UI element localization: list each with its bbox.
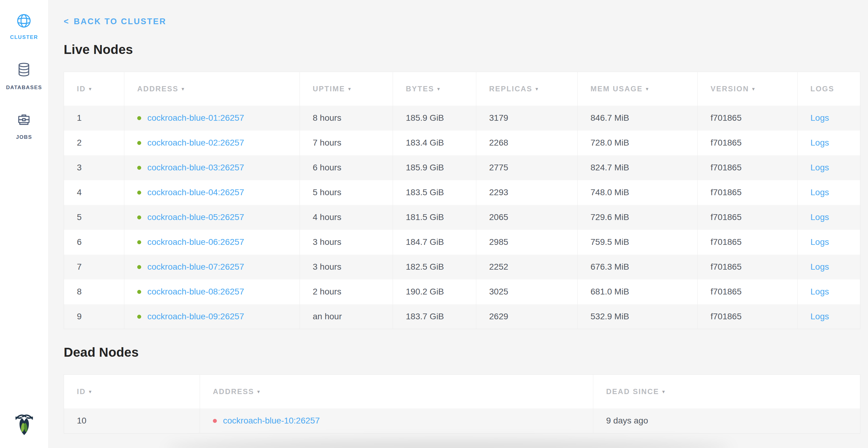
node-logs-cell: Logs: [798, 304, 860, 329]
logs-link[interactable]: Logs: [810, 187, 829, 197]
logs-link[interactable]: Logs: [810, 163, 829, 172]
logs-link[interactable]: Logs: [810, 113, 829, 123]
node-uptime-cell: 4 hours: [300, 205, 393, 230]
node-address-link[interactable]: cockroach-blue-07:26257: [147, 262, 244, 271]
node-address-link[interactable]: cockroach-blue-10:26257: [223, 416, 320, 425]
node-mem-usage-cell: 532.9 MiB: [578, 304, 698, 329]
node-address-cell: cockroach-blue-09:26257: [124, 304, 300, 329]
node-replicas-cell: 2985: [476, 230, 578, 255]
column-header[interactable]: ID▾: [64, 375, 200, 409]
node-mem-usage-cell: 759.5 MiB: [578, 230, 698, 255]
node-version-cell: f701865: [698, 205, 798, 230]
node-uptime-cell: 3 hours: [300, 255, 393, 279]
node-address-link[interactable]: cockroach-blue-04:26257: [147, 187, 244, 197]
sidebar-item-cluster[interactable]: CLUSTER: [10, 13, 38, 40]
node-address-cell: cockroach-blue-10:26257: [200, 409, 593, 434]
node-mem-usage-cell: 676.3 MiB: [578, 255, 698, 279]
node-logs-cell: Logs: [798, 230, 860, 255]
column-header[interactable]: REPLICAS▾: [476, 72, 578, 106]
node-id-cell: 4: [64, 180, 124, 205]
node-address-cell: cockroach-blue-05:26257: [124, 205, 300, 230]
node-id-cell: 9: [64, 304, 124, 329]
node-address-link[interactable]: cockroach-blue-02:26257: [147, 138, 244, 147]
node-address-link[interactable]: cockroach-blue-06:26257: [147, 237, 244, 247]
node-uptime-cell: 3 hours: [300, 230, 393, 255]
sidebar-item-jobs[interactable]: JOBS: [16, 112, 32, 140]
live-nodes-title: Live Nodes: [64, 42, 861, 57]
column-header[interactable]: ID▾: [64, 72, 124, 106]
sort-arrow-icon: ▾: [646, 86, 649, 92]
node-bytes-cell: 183.7 GiB: [393, 304, 476, 329]
node-uptime-cell: an hour: [300, 304, 393, 329]
table-row: 4 cockroach-blue-04:26257 5 hours 183.5 …: [64, 180, 860, 205]
logs-link[interactable]: Logs: [810, 311, 829, 321]
table-row: 1 cockroach-blue-01:26257 8 hours 185.9 …: [64, 106, 860, 130]
node-address-link[interactable]: cockroach-blue-09:26257: [147, 311, 244, 321]
node-uptime-cell: 2 hours: [300, 279, 393, 304]
node-bytes-cell: 185.9 GiB: [393, 155, 476, 180]
back-to-cluster-link[interactable]: <BACK TO CLUSTER: [64, 17, 166, 26]
node-dead-since-cell: 9 days ago: [593, 409, 860, 434]
column-header[interactable]: ADDRESS▾: [200, 375, 593, 409]
node-address-cell: cockroach-blue-07:26257: [124, 255, 300, 279]
node-address-cell: cockroach-blue-03:26257: [124, 155, 300, 180]
node-mem-usage-cell: 846.7 MiB: [578, 106, 698, 130]
cockroachdb-logo[interactable]: [14, 412, 34, 439]
node-health-dot: [137, 290, 141, 294]
table-header-row: ID▾ ADDRESS▾ DEAD SINCE▾: [64, 375, 860, 409]
node-id-cell: 7: [64, 255, 124, 279]
logs-link[interactable]: Logs: [810, 212, 829, 222]
node-address-link[interactable]: cockroach-blue-05:26257: [147, 212, 244, 222]
back-link-label: BACK TO CLUSTER: [74, 17, 166, 26]
node-address-link[interactable]: cockroach-blue-03:26257: [147, 163, 244, 172]
node-uptime-cell: 6 hours: [300, 155, 393, 180]
node-uptime-cell: 8 hours: [300, 106, 393, 130]
table-row: 3 cockroach-blue-03:26257 6 hours 185.9 …: [64, 155, 860, 180]
node-bytes-cell: 181.5 GiB: [393, 205, 476, 230]
table-row: 8 cockroach-blue-08:26257 2 hours 190.2 …: [64, 279, 860, 304]
sidebar-item-databases[interactable]: DATABASES: [6, 62, 42, 91]
node-mem-usage-cell: 729.6 MiB: [578, 205, 698, 230]
node-address-cell: cockroach-blue-08:26257: [124, 279, 300, 304]
table-row: 7 cockroach-blue-07:26257 3 hours 182.5 …: [64, 255, 860, 279]
node-replicas-cell: 2293: [476, 180, 578, 205]
column-header[interactable]: ADDRESS▾: [124, 72, 300, 106]
node-logs-cell: Logs: [798, 255, 860, 279]
table-row: 6 cockroach-blue-06:26257 3 hours 184.7 …: [64, 230, 860, 255]
column-header[interactable]: BYTES▾: [393, 72, 476, 106]
node-bytes-cell: 182.5 GiB: [393, 255, 476, 279]
node-version-cell: f701865: [698, 279, 798, 304]
node-id-cell: 6: [64, 230, 124, 255]
node-address-cell: cockroach-blue-06:26257: [124, 230, 300, 255]
dead-nodes-table: ID▾ ADDRESS▾ DEAD SINCE▾ 10 cockroach-bl…: [64, 375, 860, 434]
node-mem-usage-cell: 681.0 MiB: [578, 279, 698, 304]
node-address-link[interactable]: cockroach-blue-01:26257: [147, 113, 244, 123]
logs-link[interactable]: Logs: [810, 138, 829, 147]
node-mem-usage-cell: 824.7 MiB: [578, 155, 698, 180]
column-header[interactable]: UPTIME▾: [300, 72, 393, 106]
sort-arrow-icon: ▾: [182, 86, 184, 92]
node-bytes-cell: 183.5 GiB: [393, 180, 476, 205]
node-version-cell: f701865: [698, 155, 798, 180]
column-header[interactable]: DEAD SINCE▾: [593, 375, 860, 409]
node-version-cell: f701865: [698, 255, 798, 279]
page-bottom-shadow: [165, 441, 732, 448]
table-row: 2 cockroach-blue-02:26257 7 hours 183.4 …: [64, 130, 860, 155]
column-header[interactable]: LOGS: [798, 72, 860, 106]
node-bytes-cell: 183.4 GiB: [393, 130, 476, 155]
node-mem-usage-cell: 748.0 MiB: [578, 180, 698, 205]
node-replicas-cell: 2775: [476, 155, 578, 180]
column-header[interactable]: VERSION▾: [698, 72, 798, 106]
node-replicas-cell: 2252: [476, 255, 578, 279]
node-replicas-cell: 2065: [476, 205, 578, 230]
logs-link[interactable]: Logs: [810, 287, 829, 296]
node-address-link[interactable]: cockroach-blue-08:26257: [147, 287, 244, 296]
sort-arrow-icon: ▾: [257, 389, 260, 395]
column-header[interactable]: MEM USAGE▾: [578, 72, 698, 106]
logs-link[interactable]: Logs: [810, 237, 829, 247]
logs-link[interactable]: Logs: [810, 262, 829, 271]
node-health-dot: [137, 116, 141, 120]
table-row: 10 cockroach-blue-10:26257 9 days ago: [64, 409, 860, 434]
node-replicas-cell: 2629: [476, 304, 578, 329]
briefcase-icon: [16, 112, 32, 130]
